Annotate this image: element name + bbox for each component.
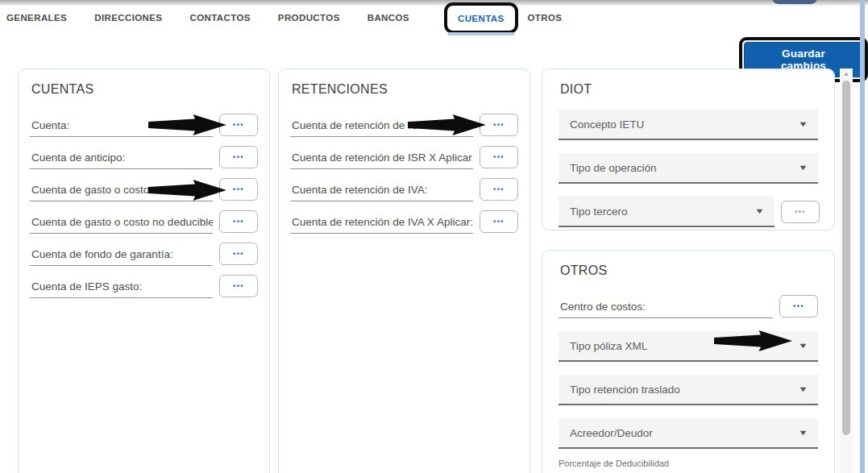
field-row-cuenta-no-deducible: Cuenta de gasto o costo no deducible: ••… bbox=[30, 201, 258, 234]
ellipsis-icon: ••• bbox=[233, 282, 244, 290]
field-label[interactable]: Cuenta de retención de ISR: bbox=[290, 119, 473, 137]
caret-down-icon: ▼ bbox=[798, 429, 808, 437]
field-label[interactable]: Cuenta de retención de ISR X Aplicar: bbox=[290, 151, 473, 169]
tab-productos[interactable]: PRODUCTOS bbox=[278, 13, 340, 23]
caret-down-icon: ▼ bbox=[798, 164, 808, 172]
ellipsis-icon: ••• bbox=[233, 185, 244, 193]
ellipsis-lookup-button[interactable]: ••• bbox=[779, 295, 818, 317]
tab-bancos[interactable]: BANCOS bbox=[368, 13, 409, 23]
dropdown-label: Tipo póliza XML bbox=[570, 340, 647, 352]
deductibility-input[interactable]: 100 bbox=[559, 470, 665, 473]
caret-down-icon: ▼ bbox=[798, 120, 808, 128]
field-label[interactable]: Cuenta de gasto o costo: bbox=[30, 184, 213, 201]
ellipsis-icon: ••• bbox=[493, 121, 505, 129]
caret-down-icon: ▼ bbox=[798, 385, 808, 393]
ellipsis-lookup-button[interactable]: ••• bbox=[219, 210, 258, 233]
window-right-border bbox=[860, 0, 865, 473]
dropdown-acreedor-deudor[interactable]: Acreedor/Deudor ▼ bbox=[559, 418, 818, 449]
field-row-ieps-gasto: Cuenta de IEPS gasto: ••• bbox=[30, 266, 258, 298]
dropdown-label: Tipo de operación bbox=[570, 162, 657, 174]
field-label[interactable]: Cuenta de retención de IVA X Aplicar: bbox=[290, 216, 473, 234]
dropdown-label: Acreedor/Deudor bbox=[570, 427, 653, 439]
ellipsis-icon: ••• bbox=[795, 208, 806, 216]
field-label[interactable]: Cuenta de gasto o costo no deducible: bbox=[30, 216, 213, 234]
ellipsis-icon: ••• bbox=[233, 153, 244, 161]
active-tab-indicator bbox=[448, 32, 514, 35]
panel-cuentas-title: CUENTAS bbox=[31, 82, 260, 97]
dropdown-concepto-ietu[interactable]: Concepto IETU ▼ bbox=[559, 110, 818, 140]
ellipsis-icon: ••• bbox=[493, 153, 505, 161]
ellipsis-icon: ••• bbox=[493, 185, 505, 193]
ellipsis-icon: ••• bbox=[233, 250, 244, 258]
panel-cuentas: CUENTAS Cuenta: ••• Cuenta de anticipo: … bbox=[18, 68, 270, 473]
field-row-fondo-garantia: Cuenta de fondo de garantía: ••• bbox=[30, 234, 258, 266]
field-row-retencion-iva-x-aplicar: Cuenta de retención de IVA X Aplicar: ••… bbox=[290, 201, 518, 234]
ellipsis-icon: ••• bbox=[493, 218, 505, 226]
dropdown-tipo-poliza-xml[interactable]: Tipo póliza XML ▼ bbox=[559, 331, 818, 362]
tab-otros[interactable]: OTROS bbox=[528, 13, 563, 23]
panel-retenciones-title: RETENCIONES bbox=[292, 82, 520, 97]
panel-otros-title: OTROS bbox=[560, 263, 820, 278]
vertical-scrollbar[interactable]: ▲ bbox=[840, 68, 853, 473]
dropdown-tipo-retencion-traslado[interactable]: Tipo retención traslado ▼ bbox=[559, 375, 818, 405]
customer-config-screen: GENERALES DIRECCIONES CONTACTOS PRODUCTO… bbox=[0, 0, 868, 473]
dropdown-label: Tipo tercero bbox=[570, 205, 628, 218]
dropdown-label: Concepto IETU bbox=[570, 118, 644, 131]
ellipsis-icon: ••• bbox=[233, 121, 244, 129]
ellipsis-icon: ••• bbox=[233, 218, 244, 226]
caret-down-icon: ▼ bbox=[754, 207, 765, 215]
field-label[interactable]: Cuenta de IEPS gasto: bbox=[30, 280, 213, 298]
scroll-up-icon[interactable]: ▲ bbox=[840, 70, 853, 77]
tab-contactos[interactable]: CONTACTOS bbox=[189, 13, 250, 23]
tab-direcciones[interactable]: DIRECCIONES bbox=[94, 13, 162, 23]
ellipsis-lookup-button[interactable]: ••• bbox=[219, 275, 258, 297]
ellipsis-lookup-button[interactable]: ••• bbox=[219, 243, 258, 265]
panel-diot-title: DIOT bbox=[560, 82, 820, 97]
scrollbar-thumb[interactable] bbox=[842, 81, 850, 435]
field-label[interactable]: Cuenta de anticipo: bbox=[30, 151, 213, 169]
ellipsis-lookup-button[interactable]: ••• bbox=[480, 178, 518, 201]
field-row-retencion-isr: Cuenta de retención de ISR: ••• bbox=[290, 105, 518, 137]
panel-retenciones: RETENCIONES Cuenta de retención de ISR: … bbox=[278, 68, 530, 473]
field-row-cuenta: Cuenta: ••• bbox=[30, 105, 258, 137]
tab-cuentas[interactable]: CUENTAS bbox=[458, 14, 505, 23]
ellipsis-lookup-button[interactable]: ••• bbox=[480, 114, 518, 136]
ellipsis-lookup-button[interactable]: ••• bbox=[219, 146, 258, 168]
ellipsis-lookup-button[interactable]: ••• bbox=[480, 210, 518, 233]
dropdown-row-tipo-tercero: Tipo tercero ▼ ••• bbox=[557, 197, 820, 227]
ellipsis-lookup-button[interactable]: ••• bbox=[480, 146, 518, 168]
dropdown-tipo-tercero[interactable]: Tipo tercero ▼ bbox=[559, 197, 775, 227]
panel-diot: DIOT Concepto IETU ▼ Tipo de operación ▼… bbox=[542, 68, 835, 230]
tab-generales[interactable]: GENERALES bbox=[6, 13, 67, 23]
field-row-retencion-isr-x-aplicar: Cuenta de retención de ISR X Aplicar: ••… bbox=[290, 137, 518, 169]
dropdown-label: Tipo retención traslado bbox=[570, 384, 680, 396]
field-label[interactable]: Cuenta: bbox=[30, 119, 213, 137]
dropdown-tipo-operacion[interactable]: Tipo de operación ▼ bbox=[559, 153, 818, 184]
field-label[interactable]: Centro de costos: bbox=[559, 301, 773, 318]
deductibility-label: Porcentaje de Deducibilidad bbox=[559, 458, 820, 468]
field-row-cuenta-gasto: Cuenta de gasto o costo: ••• bbox=[30, 169, 258, 201]
field-row-cuenta-anticipo: Cuenta de anticipo: ••• bbox=[30, 137, 258, 169]
ellipsis-lookup-button[interactable]: ••• bbox=[219, 114, 258, 136]
window-fragment bbox=[772, 0, 817, 4]
tab-bar: GENERALES DIRECCIONES CONTACTOS PRODUCTO… bbox=[6, 0, 589, 35]
panel-otros: OTROS Centro de costos: ••• Tipo póliza … bbox=[542, 250, 835, 473]
annotation-box-cuentas-tab: CUENTAS bbox=[444, 2, 518, 34]
ellipsis-lookup-button[interactable]: ••• bbox=[219, 178, 258, 201]
field-label[interactable]: Cuenta de retención de IVA: bbox=[290, 184, 473, 201]
field-label[interactable]: Cuenta de fondo de garantía: bbox=[30, 248, 213, 266]
field-row-centro-costos: Centro de costos: ••• bbox=[559, 286, 818, 318]
ellipsis-icon: ••• bbox=[793, 302, 804, 310]
caret-down-icon: ▼ bbox=[798, 342, 808, 350]
ellipsis-lookup-button[interactable]: ••• bbox=[781, 201, 820, 223]
field-row-retencion-iva: Cuenta de retención de IVA: ••• bbox=[290, 169, 518, 201]
